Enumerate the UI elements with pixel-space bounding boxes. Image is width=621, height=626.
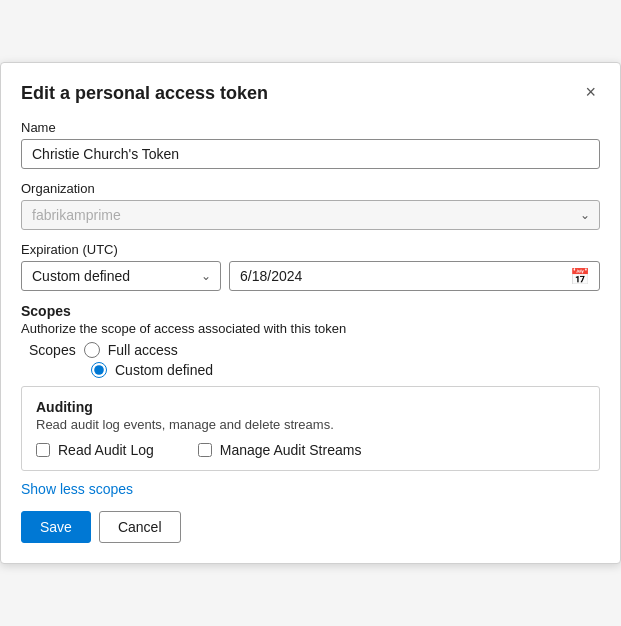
scopes-radio-group: Scopes Full access Custom defined — [29, 342, 600, 378]
scopes-description: Authorize the scope of access associated… — [21, 321, 600, 336]
expiration-select-wrapper: Custom defined 30 days 60 days 90 days 1… — [21, 261, 221, 291]
expiration-select[interactable]: Custom defined 30 days 60 days 90 days 1… — [21, 261, 221, 291]
name-input[interactable] — [21, 139, 600, 169]
org-label: Organization — [21, 181, 600, 196]
custom-defined-radio[interactable] — [91, 362, 107, 378]
org-select-wrapper: fabrikamprime ⌄ — [21, 200, 600, 230]
org-select[interactable]: fabrikamprime — [21, 200, 600, 230]
manage-audit-streams-checkbox[interactable] — [198, 443, 212, 457]
name-field-group: Name — [21, 120, 600, 169]
auditing-group-desc: Read audit log events, manage and delete… — [36, 417, 585, 432]
edit-token-dialog: Edit a personal access token × Name Orga… — [0, 62, 621, 564]
cancel-button[interactable]: Cancel — [99, 511, 181, 543]
manage-audit-streams-label: Manage Audit Streams — [220, 442, 362, 458]
full-access-label: Full access — [108, 342, 178, 358]
custom-defined-label: Custom defined — [115, 362, 213, 378]
date-input-wrapper: 📅 — [229, 261, 600, 291]
read-audit-log-checkbox[interactable] — [36, 443, 50, 457]
action-row: Save Cancel — [21, 511, 600, 543]
expiration-label: Expiration (UTC) — [21, 242, 600, 257]
auditing-checkboxes-row: Read Audit Log Manage Audit Streams — [36, 442, 585, 458]
close-button[interactable]: × — [581, 83, 600, 101]
read-audit-log-label: Read Audit Log — [58, 442, 154, 458]
custom-defined-radio-row: Custom defined — [29, 362, 600, 378]
expiration-row: Custom defined 30 days 60 days 90 days 1… — [21, 261, 600, 291]
save-button[interactable]: Save — [21, 511, 91, 543]
read-audit-log-row: Read Audit Log — [36, 442, 154, 458]
date-input[interactable] — [229, 261, 600, 291]
expiration-field-group: Expiration (UTC) Custom defined 30 days … — [21, 242, 600, 291]
scopes-inner: Auditing Read audit log events, manage a… — [22, 387, 599, 470]
full-access-radio[interactable] — [84, 342, 100, 358]
manage-audit-streams-row: Manage Audit Streams — [198, 442, 362, 458]
name-label: Name — [21, 120, 600, 135]
full-access-radio-row: Scopes Full access — [29, 342, 600, 358]
scopes-section: Scopes Authorize the scope of access ass… — [21, 303, 600, 378]
scopes-radio-label: Scopes — [29, 342, 76, 358]
scopes-content-box: Auditing Read audit log events, manage a… — [21, 386, 600, 471]
scopes-title: Scopes — [21, 303, 600, 319]
auditing-group-title: Auditing — [36, 399, 585, 415]
show-scopes-link[interactable]: Show less scopes — [21, 481, 133, 497]
dialog-header: Edit a personal access token × — [21, 83, 600, 104]
org-field-group: Organization fabrikamprime ⌄ — [21, 181, 600, 230]
dialog-title: Edit a personal access token — [21, 83, 268, 104]
